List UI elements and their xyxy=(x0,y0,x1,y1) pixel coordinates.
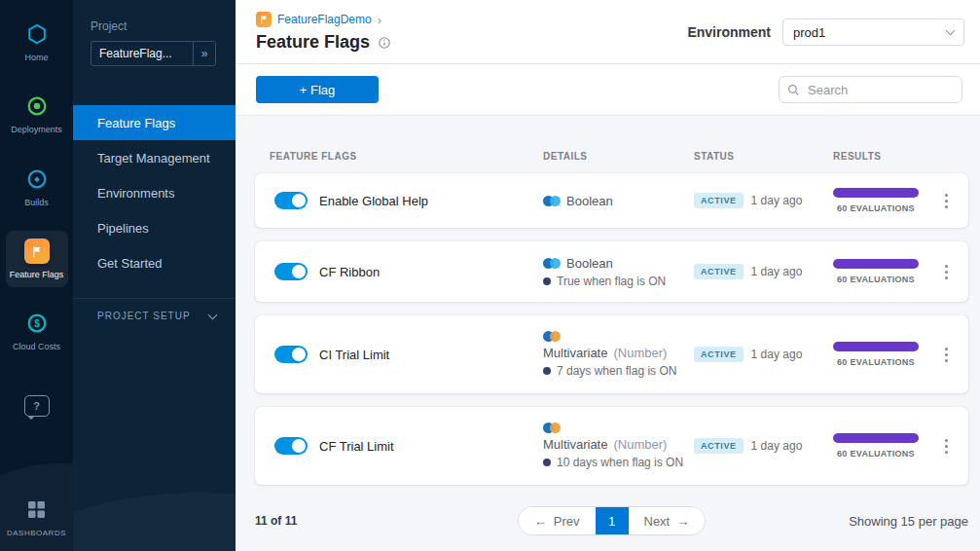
environment-selected-value: prod1 xyxy=(793,25,825,40)
flag-row[interactable]: CF Ribbon Boolean True when flag is ON xyxy=(255,241,968,302)
project-flag-icon xyxy=(256,12,272,27)
evaluations-block: 60 EVALUATIONS xyxy=(833,342,919,367)
dashboards-icon xyxy=(28,497,45,523)
row-menu-button[interactable] xyxy=(929,186,962,216)
result-count: 11 of 11 xyxy=(255,514,518,528)
sidebar-item-pipelines[interactable]: Pipelines xyxy=(73,210,236,245)
nav-item-label: Feature Flags xyxy=(10,270,64,279)
boolean-type-icon xyxy=(543,196,561,206)
flag-type: Multivariate xyxy=(543,346,607,360)
flag-row[interactable]: CF Trial Limit Multivariate (Number) 10 … xyxy=(255,407,968,485)
nav-item-label: DASHBOARDS xyxy=(7,529,66,537)
sidebar-item-target-management[interactable]: Target Management xyxy=(73,140,236,175)
column-header-feature-flags: FEATURE FLAGS xyxy=(270,151,543,162)
nav-item-home[interactable]: Home xyxy=(6,14,68,70)
last-updated: 1 day ago xyxy=(751,439,803,453)
sidebar-item-get-started[interactable]: Get Started xyxy=(73,245,236,280)
current-page-button[interactable]: 1 xyxy=(596,507,629,534)
main-content: FeatureFlagDemo › Feature Flags Environm… xyxy=(236,0,980,551)
sidebar-item-environments[interactable]: Environments xyxy=(73,175,236,210)
search-input[interactable] xyxy=(806,82,954,98)
evaluations-label: 60 EVALUATIONS xyxy=(837,275,915,284)
flag-toggle[interactable] xyxy=(274,437,308,455)
flag-name: CI Trial Limit xyxy=(319,348,389,362)
table-header-row: FEATURE FLAGS DETAILS STATUS RESULTS xyxy=(255,151,968,162)
nav-item-feature-flags[interactable]: Feature Flags xyxy=(6,231,68,287)
nav-item-builds[interactable]: Builds xyxy=(6,159,68,215)
row-menu-button[interactable] xyxy=(929,257,962,287)
page-title: Feature Flags xyxy=(256,32,370,53)
flag-toggle[interactable] xyxy=(274,263,308,280)
project-sidebar: Project FeatureFlag... » Feature Flags T… xyxy=(73,0,236,551)
sidebar-item-feature-flags[interactable]: Feature Flags xyxy=(73,105,236,140)
prev-page-button[interactable]: ← Prev xyxy=(519,507,596,534)
search-icon xyxy=(787,84,800,96)
flag-toggle[interactable] xyxy=(274,346,308,363)
flag-row[interactable]: Enable Global Help Boolean ACTIVE 1 day … xyxy=(255,173,968,228)
environment-select[interactable]: prod1 xyxy=(782,18,964,46)
project-setup-label: PROJECT SETUP xyxy=(97,311,191,321)
column-header-results: RESULTS xyxy=(833,151,968,162)
cloud-costs-icon: $ xyxy=(25,311,49,336)
variation-dot-icon xyxy=(543,367,551,375)
search-box[interactable] xyxy=(779,76,962,103)
sidebar-wave-decoration xyxy=(73,493,236,551)
next-arrow-icon: → xyxy=(676,514,689,529)
feature-flags-icon xyxy=(24,239,50,264)
flag-rows: Enable Global Help Boolean ACTIVE 1 day … xyxy=(255,173,968,485)
flag-name: Enable Global Help xyxy=(319,194,428,208)
toolbar: + Flag xyxy=(236,64,980,116)
nav-item-label: Cloud Costs xyxy=(13,342,60,351)
evaluations-bar xyxy=(833,433,919,443)
flag-type: Boolean xyxy=(566,194,613,208)
evaluations-label: 60 EVALUATIONS xyxy=(837,357,915,367)
prev-arrow-icon: ← xyxy=(534,514,547,529)
row-menu-button[interactable] xyxy=(929,431,962,461)
next-page-button[interactable]: Next → xyxy=(629,507,706,534)
flag-type-suffix: (Number) xyxy=(613,346,667,360)
nav-item-deployments[interactable]: Deployments xyxy=(6,86,68,142)
flag-type: Multivariate xyxy=(543,437,607,452)
evaluations-bar xyxy=(833,188,919,198)
project-menu: Feature Flags Target Management Environm… xyxy=(73,105,236,280)
evaluations-bar xyxy=(833,342,919,351)
last-updated: 1 day ago xyxy=(751,194,803,207)
status-badge: ACTIVE xyxy=(694,347,744,362)
column-header-details: DETAILS xyxy=(543,151,694,162)
status-badge: ACTIVE xyxy=(694,264,744,279)
info-icon[interactable] xyxy=(378,36,391,50)
flag-description: 10 days when flag is ON xyxy=(557,456,683,469)
evaluations-block: 60 EVALUATIONS xyxy=(833,259,919,284)
breadcrumb-project-link[interactable]: FeatureFlagDemo xyxy=(277,13,372,26)
environment-control: Environment prod1 xyxy=(687,18,964,46)
nav-item-help[interactable]: ? xyxy=(6,386,68,426)
nav-item-dashboards[interactable]: DASHBOARDS xyxy=(6,490,68,545)
project-selector[interactable]: FeatureFlag... » xyxy=(91,41,216,66)
variation-dot-icon xyxy=(543,459,551,466)
multivariate-type-icon xyxy=(543,331,694,342)
variation-dot-icon xyxy=(543,277,551,285)
status-badge: ACTIVE xyxy=(694,193,744,208)
project-selector-value: FeatureFlag... xyxy=(91,47,193,60)
evaluations-label: 60 EVALUATIONS xyxy=(837,203,915,213)
project-expand-icon[interactable]: » xyxy=(193,42,215,65)
project-section-label: Project xyxy=(91,19,236,33)
page-size-label: Showing 15 per page xyxy=(849,514,968,529)
nav-item-cloud-costs[interactable]: $ Cloud Costs xyxy=(6,303,68,359)
flag-name: CF Ribbon xyxy=(319,265,380,279)
flag-type-suffix: (Number) xyxy=(613,437,667,452)
flag-row[interactable]: CI Trial Limit Multivariate (Number) 7 d… xyxy=(255,315,968,393)
status-badge: ACTIVE xyxy=(694,438,744,454)
chevron-down-icon xyxy=(208,310,218,319)
evaluations-block: 60 EVALUATIONS xyxy=(833,188,919,213)
help-icon: ? xyxy=(24,393,50,419)
project-setup-section[interactable]: PROJECT SETUP xyxy=(73,298,236,333)
add-flag-button[interactable]: + Flag xyxy=(256,76,379,103)
evaluations-block: 60 EVALUATIONS xyxy=(833,433,919,459)
pagination: ← Prev 1 Next → xyxy=(518,506,706,535)
breadcrumb-chevron-icon: › xyxy=(378,13,381,27)
row-menu-button[interactable] xyxy=(929,340,962,370)
flag-toggle[interactable] xyxy=(274,192,308,209)
svg-text:$: $ xyxy=(34,318,40,329)
evaluations-bar xyxy=(833,259,919,269)
